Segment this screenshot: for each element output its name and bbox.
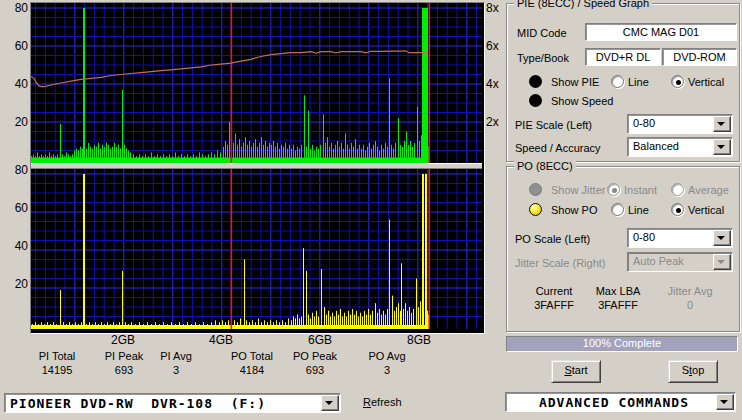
x-label-8gb: 8GB xyxy=(407,333,431,347)
pie-y-label-80: 80 xyxy=(2,1,28,15)
po-scale-label: PO Scale (Left) xyxy=(515,233,590,245)
speed-y-label-4x: 4x xyxy=(486,77,506,91)
speed-accuracy-select[interactable]: Balanced xyxy=(627,137,733,157)
pie-line-radio[interactable] xyxy=(611,75,624,88)
mid-code-value: CMC MAG D01 xyxy=(586,26,736,38)
mid-code-field: CMC MAG D01 xyxy=(585,23,737,41)
speed-y-label-2x: 2x xyxy=(486,115,506,129)
stat-po-avg: PO Avg3 xyxy=(345,350,429,377)
po-y-label-40: 40 xyxy=(2,239,28,253)
drive-select-value: PIONEER DVD-RW DVR-108 (F:) xyxy=(10,396,322,411)
start-button[interactable]: Start xyxy=(551,360,601,383)
pie-scale-value: 0-80 xyxy=(633,117,714,129)
speed-y-label-6x: 6x xyxy=(486,39,506,53)
commands-select-dropdown-icon[interactable] xyxy=(716,394,734,410)
book-field: DVD-ROM xyxy=(662,48,737,66)
pie-y-label-40: 40 xyxy=(2,77,28,91)
po-line-label: Line xyxy=(628,204,649,216)
stat-po-avg-label: PO Avg xyxy=(345,350,429,363)
show-pie-label: Show PIE xyxy=(551,76,599,88)
po-scale-dropdown-icon[interactable] xyxy=(713,230,731,246)
commands-select-value: ADVANCED COMMANDS xyxy=(511,395,717,410)
stop-button[interactable]: Stop xyxy=(668,360,718,383)
pie-y-label-20: 20 xyxy=(2,115,28,129)
jitter-average-label: Average xyxy=(688,184,729,196)
jitter-scale-value: Auto Peak xyxy=(633,255,714,267)
po-graph xyxy=(31,169,482,329)
stop-button-label: Stop xyxy=(669,364,717,376)
jitter-instant-radio xyxy=(607,183,620,196)
scan-progress-bar: 100% Complete xyxy=(506,336,738,352)
jitter-avg-value: 0 xyxy=(651,299,729,312)
pie-line-label: Line xyxy=(628,76,649,88)
pie-scale-label: PIE Scale (Left) xyxy=(515,119,592,131)
jitter-scale-label: Jitter Scale (Right) xyxy=(515,257,605,269)
pie-scale-dropdown-icon[interactable] xyxy=(713,116,731,132)
refresh-link[interactable]: Refresh xyxy=(363,396,402,408)
po-group: PO (8ECC) Show Jitter Instant Average Sh… xyxy=(506,166,740,332)
show-jitter-label: Show Jitter xyxy=(551,184,605,196)
speed-y-label-8x: 8x xyxy=(486,1,506,15)
jitter-avg-label: Jitter Avg xyxy=(651,285,729,298)
stat-pi-avg-label: PI Avg xyxy=(134,350,218,363)
jitter-avg: Jitter Avg0 xyxy=(651,285,729,312)
x-label-4gb: 4GB xyxy=(209,333,233,347)
pie-vertical-label: Vertical xyxy=(688,76,724,88)
jitter-scale-dropdown-icon xyxy=(713,254,731,270)
jitter-instant-label: Instant xyxy=(624,184,657,196)
po-scale-value: 0-80 xyxy=(633,231,714,243)
type-book-label: Type/Book xyxy=(517,52,569,64)
drive-select-dropdown-icon[interactable] xyxy=(321,395,339,411)
stat-pi-avg-value: 3 xyxy=(134,364,218,377)
po-y-label-60: 60 xyxy=(2,201,28,215)
mid-code-label: MID Code xyxy=(517,27,567,39)
po-group-title: PO (8ECC) xyxy=(514,160,576,172)
po-vertical-label: Vertical xyxy=(688,204,724,216)
pie-group-title: PIE (8ECC) / Speed Graph xyxy=(514,0,652,9)
type-field: DVD+R DL xyxy=(585,48,661,66)
stat-po-avg-value: 3 xyxy=(345,364,429,377)
drive-select[interactable]: PIONEER DVD-RW DVR-108 (F:) xyxy=(4,393,341,413)
scan-graph-panel xyxy=(30,2,485,334)
pie-color-indicator xyxy=(529,75,542,88)
pie-speed-graph xyxy=(31,3,482,163)
scan-window: 80 60 40 20 80 60 40 20 8x 6x 4x 2x 2GB … xyxy=(0,0,742,420)
po-y-label-80: 80 xyxy=(2,163,28,177)
max-lba-value: 3FAFFF xyxy=(579,299,657,312)
type-value: DVD+R DL xyxy=(586,51,660,63)
po-y-label-20: 20 xyxy=(2,277,28,291)
x-label-6gb: 6GB xyxy=(308,333,332,347)
jitter-color-indicator xyxy=(529,183,542,196)
pie-group: PIE (8ECC) / Speed Graph MID Code CMC MA… xyxy=(506,3,740,162)
start-button-label: Start xyxy=(552,364,600,376)
stat-pi-avg: PI Avg3 xyxy=(134,350,218,377)
max-lba: Max LBA3FAFFF xyxy=(579,285,657,312)
refresh-label: Refresh xyxy=(363,396,402,408)
x-label-2gb: 2GB xyxy=(111,333,135,347)
speed-accuracy-value: Balanced xyxy=(633,140,714,152)
po-line-radio[interactable] xyxy=(611,203,624,216)
jitter-average-radio xyxy=(671,183,684,196)
po-scale-select[interactable]: 0-80 xyxy=(627,228,733,248)
show-po-label: Show PO xyxy=(551,204,597,216)
speed-color-indicator xyxy=(529,94,542,107)
book-value: DVD-ROM xyxy=(663,51,736,63)
jitter-scale-select: Auto Peak xyxy=(627,252,733,272)
po-vertical-radio[interactable] xyxy=(671,203,684,216)
pie-y-label-60: 60 xyxy=(2,39,28,53)
show-speed-label: Show Speed xyxy=(551,95,613,107)
commands-select[interactable]: ADVANCED COMMANDS xyxy=(505,392,736,412)
pie-scale-select[interactable]: 0-80 xyxy=(627,114,733,134)
po-color-indicator xyxy=(529,203,542,216)
speed-accuracy-label: Speed / Accuracy xyxy=(515,142,601,154)
pie-vertical-radio[interactable] xyxy=(671,75,684,88)
speed-accuracy-dropdown-icon[interactable] xyxy=(713,139,731,155)
max-lba-label: Max LBA xyxy=(579,285,657,298)
